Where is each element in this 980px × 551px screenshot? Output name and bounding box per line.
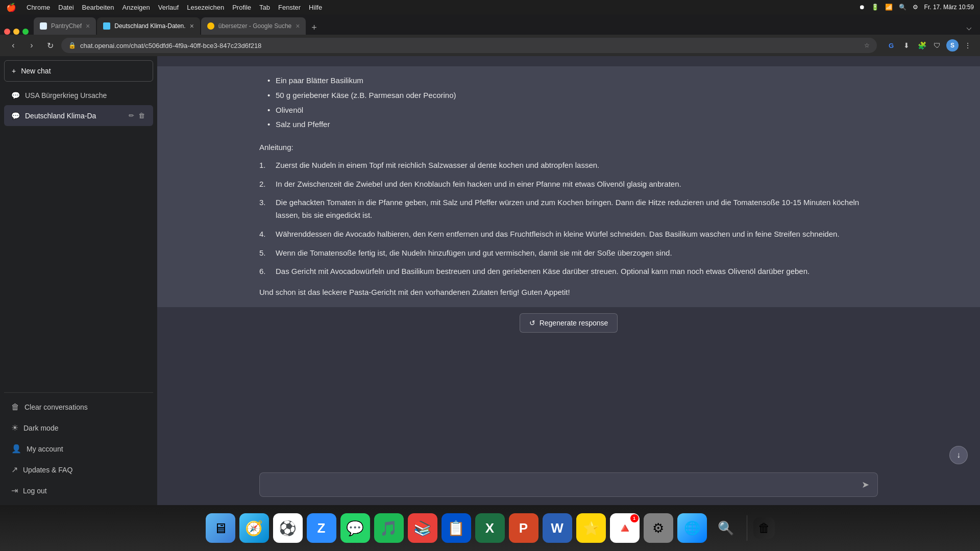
menu-hilfe[interactable]: Hilfe bbox=[309, 4, 322, 11]
logout-btn[interactable]: ⇥ Log out bbox=[4, 480, 153, 501]
updates-faq-label: Updates & FAQ bbox=[23, 466, 72, 474]
search-icon[interactable]: 🔍 bbox=[899, 4, 906, 11]
dock-stack[interactable]: 📚 bbox=[408, 513, 437, 543]
dock-chrome[interactable]: ⚽ bbox=[273, 513, 303, 543]
dock-separator bbox=[747, 515, 747, 541]
google-icon[interactable]: G bbox=[885, 39, 897, 52]
back-btn[interactable]: ‹ bbox=[6, 38, 20, 53]
ingredient-1: Ein paar Blätter Basilikum bbox=[267, 74, 878, 87]
plus-icon: + bbox=[12, 67, 16, 75]
steps-list: 1. Zuerst die Nudeln in einem Topf mit r… bbox=[259, 159, 878, 278]
dock-system-prefs[interactable]: ⚙ bbox=[644, 513, 673, 543]
profile-avatar[interactable]: S bbox=[946, 39, 959, 52]
my-account-label: My account bbox=[27, 445, 63, 453]
close-window-btn[interactable] bbox=[4, 29, 10, 35]
tab-list-btn[interactable]: ⌵ bbox=[962, 19, 976, 35]
tab-close-klima[interactable]: × bbox=[190, 22, 194, 30]
dark-mode-btn[interactable]: ☀ Dark mode bbox=[4, 417, 153, 438]
regenerate-label: Regenerate response bbox=[540, 319, 608, 327]
dock-zoom[interactable]: Z bbox=[307, 513, 336, 543]
step-2-text: In der Zwischenzeit die Zwiebel und den … bbox=[276, 178, 681, 191]
nav-right-icons: G ⬇ 🧩 🛡 S ⋮ bbox=[885, 39, 974, 52]
my-account-btn[interactable]: 👤 My account bbox=[4, 438, 153, 459]
forward-btn[interactable]: › bbox=[24, 38, 39, 53]
chat-item-de[interactable]: 💬 Deutschland Klima-Da ✏ 🗑 bbox=[4, 105, 153, 126]
scroll-bottom-button[interactable]: ↓ bbox=[949, 446, 968, 464]
dock-trello[interactable]: 📋 bbox=[442, 513, 471, 543]
minimize-window-btn[interactable] bbox=[13, 29, 19, 35]
tab-label-pantry: PantryChef bbox=[51, 22, 82, 30]
dock-word[interactable]: W bbox=[543, 513, 572, 543]
tab-bar: PantryChef × Deutschland Klima-Daten. × … bbox=[0, 14, 980, 35]
delete-chat-btn[interactable]: 🗑 bbox=[137, 111, 146, 120]
step-1-text: Zuerst die Nudeln in einem Topf mit reic… bbox=[276, 159, 599, 172]
menu-profile[interactable]: Profile bbox=[232, 4, 251, 11]
assistant-message: Ein paar Blätter Basilikum 50 g gerieben… bbox=[157, 66, 980, 307]
external-link-icon: ↗ bbox=[11, 465, 18, 474]
step-3: 3. Die gehackten Tomaten in die Pfanne g… bbox=[259, 196, 878, 222]
download-icon[interactable]: ⬇ bbox=[900, 39, 913, 52]
dock-drive[interactable]: 🔺 1 bbox=[610, 513, 640, 543]
new-tab-btn[interactable]: + bbox=[307, 20, 321, 35]
menu-bearbeiten[interactable]: Bearbeiten bbox=[82, 4, 114, 11]
control-center-icon[interactable]: ⚙ bbox=[913, 4, 918, 11]
menu-verlauf[interactable]: Verlauf bbox=[158, 4, 179, 11]
dock-trash[interactable]: 🗑 bbox=[753, 517, 775, 539]
dock-alfred[interactable]: 🔍 bbox=[711, 513, 741, 543]
bookmark-star-icon[interactable]: ☆ bbox=[864, 42, 870, 49]
tab-pantry[interactable]: PantryChef × bbox=[34, 17, 96, 35]
tab-translator[interactable]: übersetzer - Google Suche × bbox=[201, 17, 306, 35]
sidebar-bottom: 🗑 Clear conversations ☀ Dark mode 👤 My a… bbox=[4, 392, 153, 501]
main-content: Ein paar Blätter Basilikum 50 g gerieben… bbox=[157, 56, 980, 505]
dock-screenium[interactable]: 🌐 bbox=[677, 513, 707, 543]
extensions-icon[interactable]: 🧩 bbox=[916, 39, 928, 52]
menu-datei[interactable]: Datei bbox=[58, 4, 74, 11]
fullscreen-window-btn[interactable] bbox=[22, 29, 29, 35]
menu-chrome[interactable]: Chrome bbox=[27, 4, 50, 11]
apple-menu[interactable]: 🍎 bbox=[6, 3, 16, 12]
dock-whatsapp[interactable]: 💬 bbox=[340, 513, 370, 543]
dock-notes[interactable]: ⭐ bbox=[576, 513, 606, 543]
trash-icon: 🗑 bbox=[11, 403, 19, 412]
edit-chat-btn[interactable]: ✏ bbox=[128, 111, 135, 120]
dock-powerpoint[interactable]: P bbox=[509, 513, 538, 543]
send-button[interactable]: ➤ bbox=[862, 479, 869, 490]
reload-btn[interactable]: ↻ bbox=[43, 38, 57, 53]
dock-excel[interactable]: X bbox=[475, 513, 505, 543]
step-6-text: Das Gericht mit Avocadowürfeln und Basil… bbox=[276, 265, 810, 278]
messages-area[interactable]: Ein paar Blätter Basilikum 50 g gerieben… bbox=[157, 56, 980, 466]
dock-spotify[interactable]: 🎵 bbox=[374, 513, 404, 543]
tab-close-translator[interactable]: × bbox=[296, 22, 300, 30]
menu-tab[interactable]: Tab bbox=[259, 4, 270, 11]
new-chat-button[interactable]: + New chat bbox=[4, 60, 153, 82]
chat-item-label-usa: USA Bürgerkrieg Ursache bbox=[25, 91, 146, 99]
screen-record-icon: ⏺ bbox=[859, 4, 865, 11]
dock-safari[interactable]: 🧭 bbox=[239, 513, 269, 543]
sun-icon: ☀ bbox=[11, 423, 18, 433]
new-chat-label: New chat bbox=[21, 67, 51, 75]
updates-faq-btn[interactable]: ↗ Updates & FAQ bbox=[4, 459, 153, 480]
more-options-icon[interactable]: ⋮ bbox=[962, 39, 974, 52]
clear-conversations-btn[interactable]: 🗑 Clear conversations bbox=[4, 397, 153, 417]
chat-item-usa[interactable]: 💬 USA Bürgerkrieg Ursache bbox=[4, 86, 153, 105]
menu-anzeigen[interactable]: Anzeigen bbox=[122, 4, 150, 11]
chat-input[interactable] bbox=[268, 481, 856, 489]
address-bar[interactable]: 🔒 chat.openai.com/chat/c506dfd6-4f9a-40f… bbox=[61, 38, 877, 53]
instructions-label: Anleitung: bbox=[259, 141, 878, 154]
dock-finder[interactable]: 🖥 bbox=[206, 513, 235, 543]
ingredients-list: Ein paar Blätter Basilikum 50 g gerieben… bbox=[259, 74, 878, 131]
clock: Fr. 17. März 10:59 bbox=[924, 4, 974, 11]
input-area: ➤ bbox=[157, 466, 980, 505]
step-3-text: Die gehackten Tomaten in die Pfanne gebe… bbox=[276, 196, 878, 222]
shield-icon[interactable]: 🛡 bbox=[931, 39, 943, 52]
tab-close-pantry[interactable]: × bbox=[86, 22, 90, 30]
battery-icon: 🔋 bbox=[871, 4, 879, 11]
regenerate-button[interactable]: ↺ Regenerate response bbox=[520, 313, 618, 333]
menu-lesezeichen[interactable]: Lesezeichen bbox=[187, 4, 224, 11]
tab-favicon-translator bbox=[207, 22, 214, 30]
menu-fenster[interactable]: Fenster bbox=[278, 4, 301, 11]
clear-conversations-label: Clear conversations bbox=[24, 403, 88, 411]
nav-bar: ‹ › ↻ 🔒 chat.openai.com/chat/c506dfd6-4f… bbox=[0, 35, 980, 56]
refresh-icon: ↺ bbox=[529, 319, 535, 327]
tab-klima[interactable]: Deutschland Klima-Daten. × bbox=[97, 17, 200, 35]
